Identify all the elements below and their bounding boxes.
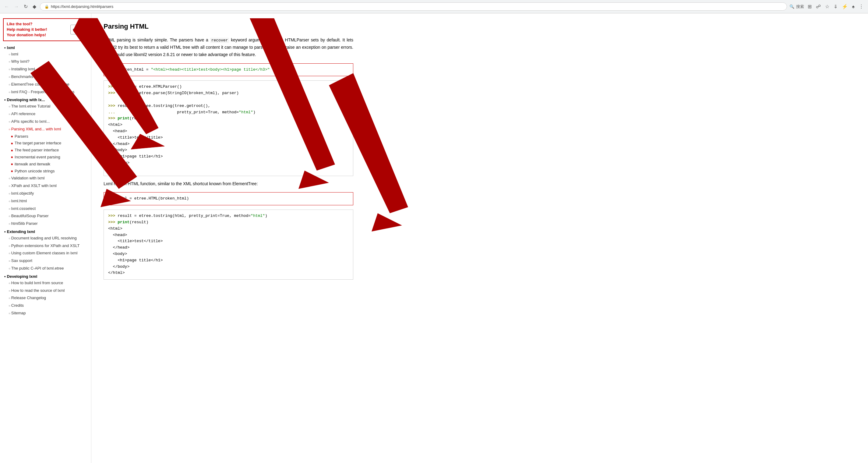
address-bar[interactable]: 🔒 https://lxml.de/parsing.html#parsers xyxy=(40,2,787,11)
sidebar-item-installing[interactable]: Installing lxml xyxy=(0,65,91,73)
sidebar-item-sax[interactable]: Sax support xyxy=(0,257,91,265)
sidebar-subitem-target-parser[interactable]: ■ The target parser interface xyxy=(0,140,91,147)
subitem-label-parsers: Parsers xyxy=(14,133,28,140)
sidebar: Like the tool? Help making it better! Yo… xyxy=(0,13,91,463)
sidebar-item-tutorial[interactable]: The lxml.etree Tutorial xyxy=(0,103,91,110)
section-title-extending: •Extending lxml xyxy=(0,229,91,235)
sidebar-item-why-lxml[interactable]: Why lxml? xyxy=(0,58,91,65)
bullet-icon: ■ xyxy=(11,141,13,146)
toolbar-icons: ⊞ ☍ ☆ ⇓ ⚡ ♠ ⋮ xyxy=(806,2,865,11)
sidebar-item-validation[interactable]: Validation with lxml xyxy=(0,175,91,182)
shield-icon: ◆ xyxy=(31,2,37,11)
sidebar-section-extending: •Extending lxml Document loading and URL… xyxy=(0,229,91,272)
sidebar-item-apis-specific[interactable]: APIs specific to lxml... xyxy=(0,118,91,125)
bullet-icon: ■ xyxy=(11,134,13,139)
donation-line1: Like the tool? xyxy=(7,21,47,27)
section-title-lxml: •lxml xyxy=(0,45,91,51)
subitem-label-incremental: Incremental event parsing xyxy=(14,154,60,160)
sidebar-item-beautifulsoup[interactable]: BeautifulSoup Parser xyxy=(0,212,91,220)
star-icon[interactable]: ☆ xyxy=(824,2,831,11)
donation-line3: Your donation helps! xyxy=(7,32,47,38)
sidebar-subitem-feed-parser[interactable]: ■ The feed parser interface xyxy=(0,147,91,154)
code-block-4: >>> result = etree.tostring(html, pretty… xyxy=(103,210,353,280)
page-title: Parsing HTML xyxy=(103,23,353,30)
subitem-label-feed: The feed parser interface xyxy=(14,147,59,154)
sidebar-item-changelog[interactable]: Release Changelog xyxy=(0,294,91,302)
donation-text: Like the tool? Help making it better! Yo… xyxy=(7,21,47,38)
code-block-2: >>> parser = etree.HTMLParser() >>> tree… xyxy=(103,81,353,176)
intro-paragraph: HTML parsing is similarly simple. The pa… xyxy=(103,36,353,59)
apps-icon[interactable]: ⊞ xyxy=(806,2,813,11)
browser-chrome: ← → ↻ ◆ 🔒 https://lxml.de/parsing.html#p… xyxy=(0,0,868,13)
profile-icon[interactable]: ♠ xyxy=(851,3,856,11)
subitem-label-unicode: Python unicode strings xyxy=(14,168,55,175)
bullet-icon: ■ xyxy=(11,162,13,166)
sidebar-section-lxml: •lxml lxml Why lxml? Installing lxml Ben… xyxy=(0,45,91,96)
search-label: 搜索 xyxy=(796,4,804,9)
section-title-developing-lxml: •Developing lxml xyxy=(0,274,91,279)
lxml-html-note: Lxml has an HTML function, similar to th… xyxy=(103,180,353,188)
bullet-icon: ■ xyxy=(11,155,13,160)
back-button[interactable]: ← xyxy=(3,3,10,11)
bullet-icon: ■ xyxy=(11,148,13,153)
sidebar-item-xpath-xslt[interactable]: XPath and XSLT with lxml xyxy=(0,182,91,190)
main-content: Parsing HTML HTML parsing is similarly s… xyxy=(91,13,366,463)
sidebar-item-elementtree[interactable]: ElementTree compat... lxml.etree xyxy=(0,81,91,88)
sidebar-item-objectify[interactable]: lxml.objectify xyxy=(0,190,91,197)
lock-icon: 🔒 xyxy=(44,5,49,9)
sidebar-item-python-ext[interactable]: Python extensions for XPath and XSLT xyxy=(0,242,91,250)
sidebar-item-doc-loading[interactable]: Document loading and URL resolving xyxy=(0,235,91,242)
donation-box[interactable]: Like the tool? Help making it better! Yo… xyxy=(3,18,88,41)
sidebar-item-custom-element[interactable]: Using custom Element classes in lxml xyxy=(0,249,91,257)
sidebar-section-developing: •Developing with lx... The lxml.etree Tu… xyxy=(0,97,91,227)
sidebar-subitem-parsers[interactable]: ■ Parsers xyxy=(0,133,91,140)
page-layout: Like the tool? Help making it better! Yo… xyxy=(0,13,868,463)
menu-icon[interactable]: ⋮ xyxy=(858,2,865,11)
sidebar-item-build-source[interactable]: How to build lxml from source xyxy=(0,279,91,287)
url-text: https://lxml.de/parsing.html#parsers xyxy=(51,4,782,9)
subitem-label-target: The target parser interface xyxy=(14,140,61,147)
sidebar-item-sitemap[interactable]: Sitemap xyxy=(0,309,91,317)
refresh-button[interactable]: ↻ xyxy=(23,2,29,11)
extension-icon[interactable]: ⚡ xyxy=(841,2,849,11)
sidebar-item-parsing-xml[interactable]: Parsing XML and... with lxml xyxy=(0,125,91,133)
sidebar-item-html[interactable]: lxml.html xyxy=(0,197,91,205)
sidebar-item-c-api[interactable]: The public C-API of lxml.etree xyxy=(0,265,91,272)
sidebar-section-developing-lxml: •Developing lxml How to build lxml from … xyxy=(0,274,91,317)
sidebar-item-credits[interactable]: Credits xyxy=(0,302,91,309)
download-icon[interactable]: ⇓ xyxy=(832,2,839,11)
section-title-developing: •Developing with lx... xyxy=(0,97,91,103)
bullet-icon: ■ xyxy=(11,169,13,174)
sidebar-subitem-iterwalk[interactable]: ■ iterwalk and iterwalk xyxy=(0,161,91,168)
reader-icon[interactable]: ☍ xyxy=(815,2,822,11)
sidebar-item-benchmarks[interactable]: Benchmarks and Spe... xyxy=(0,73,91,81)
donation-line2: Help making it better! xyxy=(7,27,47,32)
sidebar-item-html5lib[interactable]: html5lib Parser xyxy=(0,220,91,227)
sidebar-item-faq[interactable]: lxml FAQ - Frequent... ed Questions xyxy=(0,88,91,96)
code-block-1: >>> broken_html = "<html><head><title>te… xyxy=(103,63,353,76)
inline-code-recover: recover xyxy=(210,38,229,43)
sidebar-subitem-incremental[interactable]: ■ Incremental event parsing xyxy=(0,154,91,161)
sidebar-item-lxml[interactable]: lxml xyxy=(0,51,91,58)
sidebar-subitem-python-unicode[interactable]: ■ Python unicode strings xyxy=(0,168,91,175)
subitem-label-iterwalk: iterwalk and iterwalk xyxy=(14,161,50,167)
search-area[interactable]: 🔍 搜索 xyxy=(789,4,804,9)
sidebar-item-api-ref[interactable]: API reference xyxy=(0,110,91,118)
forward-button[interactable]: → xyxy=(13,3,20,11)
sidebar-item-cssselect[interactable]: lxml.cssselect xyxy=(0,205,91,213)
search-icon: 🔍 xyxy=(789,4,794,9)
donation-icon: </> xyxy=(70,25,84,34)
sidebar-item-read-source[interactable]: How to read the source of lxml xyxy=(0,287,91,295)
code-block-3: >>> html = etree.HTML(broken_html) xyxy=(103,192,353,205)
